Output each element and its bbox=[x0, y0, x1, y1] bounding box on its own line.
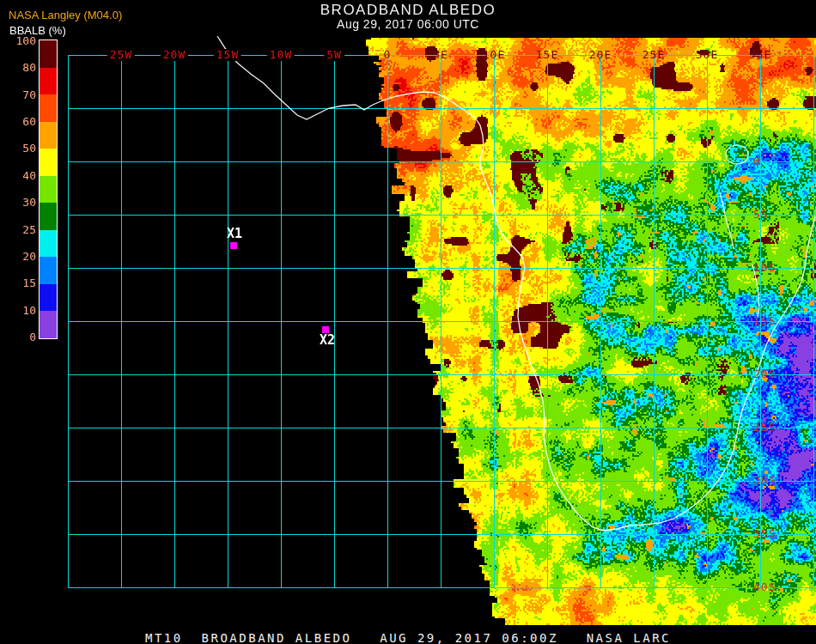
site-marker-X1 bbox=[230, 242, 237, 249]
site-markers: X1X2 bbox=[0, 0, 816, 644]
app-window: 25W20W15W10W5W05E10E15E20E25E30E35E05S10… bbox=[0, 0, 816, 644]
status-bar: MT10 BROADBAND ALBEDO AUG 29, 2017 06:00… bbox=[0, 628, 816, 644]
site-marker-label-X2: X2 bbox=[320, 334, 335, 347]
site-marker-label-X1: X1 bbox=[227, 228, 242, 240]
